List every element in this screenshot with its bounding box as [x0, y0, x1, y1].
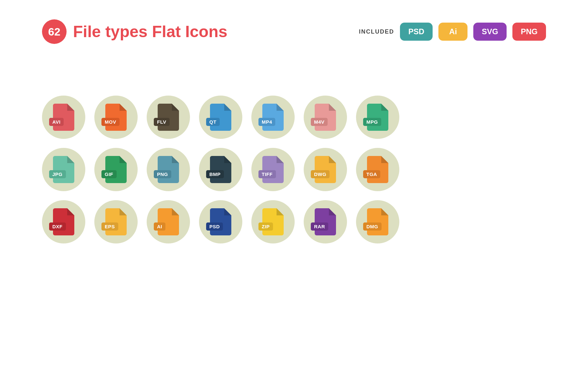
- file-type-label: MPG: [363, 118, 381, 126]
- file-type-label: PSD: [206, 222, 223, 231]
- file-icon: MP4: [262, 104, 284, 131]
- file-type-label: ZIP: [258, 222, 273, 231]
- file-type-icon-psd: PSD: [199, 200, 242, 243]
- file-icon: FLV: [158, 104, 179, 131]
- file-icon: BMP: [210, 156, 231, 183]
- format-badge-png: PNG: [512, 23, 546, 41]
- file-type-label: QT: [206, 118, 220, 126]
- header: 62 File types Flat Icons INCLUDED PSDAiS…: [0, 0, 588, 44]
- file-icon: DMG: [367, 208, 388, 235]
- file-fold-icon: [120, 104, 127, 111]
- file-type-icon-tiff: TIFF: [251, 148, 295, 191]
- format-badge-psd: PSD: [400, 23, 433, 41]
- page-title: File types Flat Icons: [73, 22, 227, 41]
- file-fold-icon: [172, 156, 179, 163]
- file-icon: M4V: [315, 104, 336, 131]
- file-type-label: TIFF: [258, 170, 276, 178]
- file-icon: RAR: [315, 208, 336, 235]
- file-type-icon-avi: AVI: [42, 96, 85, 139]
- file-icon: MPG: [367, 104, 388, 131]
- format-badge-svg: SVG: [473, 23, 507, 41]
- title-group: 62 File types Flat Icons: [42, 19, 227, 44]
- file-fold-icon: [67, 208, 74, 215]
- file-type-label: FLV: [154, 118, 170, 126]
- file-type-icon-dwg: DWG: [304, 148, 347, 191]
- file-icon: QT: [210, 104, 231, 131]
- file-icon: PNG: [158, 156, 179, 183]
- file-fold-icon: [224, 208, 231, 215]
- file-type-icon-eps: EPS: [94, 200, 138, 243]
- file-type-icon-qt: QT: [199, 96, 242, 139]
- file-type-label: DXF: [49, 222, 66, 231]
- file-type-icon-zip: ZIP: [251, 200, 295, 243]
- file-fold-icon: [329, 104, 336, 111]
- format-badge-ai: Ai: [438, 23, 467, 41]
- file-fold-icon: [120, 156, 127, 163]
- file-icon: EPS: [105, 208, 127, 235]
- file-type-label: M4V: [311, 118, 328, 126]
- included-label: INCLUDED: [359, 28, 394, 35]
- file-type-icon-gif: GIF: [94, 148, 138, 191]
- file-type-label: AI: [154, 222, 165, 231]
- file-fold-icon: [67, 104, 74, 111]
- included-formats: INCLUDED PSDAiSVGPNG: [359, 23, 546, 41]
- file-type-label: TGA: [363, 170, 380, 178]
- file-type-label: MP4: [258, 118, 275, 126]
- file-type-icon-ai: AI: [147, 200, 190, 243]
- file-icon: AI: [158, 208, 179, 235]
- file-type-label: DMG: [363, 222, 382, 231]
- file-type-icon-mp4: MP4: [251, 96, 295, 139]
- file-fold-icon: [277, 156, 284, 163]
- file-type-icon-mpg: MPG: [356, 96, 399, 139]
- file-icon: MOV: [105, 104, 127, 131]
- count-badge: 62: [42, 19, 67, 44]
- file-type-icon-dxf: DXF: [42, 200, 85, 243]
- file-fold-icon: [224, 156, 231, 163]
- file-fold-icon: [381, 208, 388, 215]
- file-type-label: AVI: [49, 118, 64, 126]
- file-fold-icon: [381, 104, 388, 111]
- file-fold-icon: [224, 104, 231, 111]
- file-icon: TGA: [367, 156, 388, 183]
- file-icon: PSD: [210, 208, 231, 235]
- file-fold-icon: [329, 208, 336, 215]
- file-type-label: GIF: [101, 170, 117, 178]
- file-type-label: JPG: [49, 170, 66, 178]
- file-type-icon-rar: RAR: [304, 200, 347, 243]
- file-type-label: BMP: [206, 170, 224, 178]
- file-type-icon-mov: MOV: [94, 96, 138, 139]
- file-icon: DWG: [315, 156, 336, 183]
- file-fold-icon: [120, 208, 127, 215]
- file-fold-icon: [67, 156, 74, 163]
- file-type-label: DWG: [311, 170, 330, 178]
- file-icon: AVI: [53, 104, 74, 131]
- file-icon: DXF: [53, 208, 74, 235]
- file-type-icon-m4v: M4V: [304, 96, 347, 139]
- file-type-label: RAR: [311, 222, 328, 231]
- file-fold-icon: [172, 104, 179, 111]
- file-icon: TIFF: [262, 156, 284, 183]
- file-type-icon-bmp: BMP: [199, 148, 242, 191]
- file-fold-icon: [277, 208, 284, 215]
- file-fold-icon: [172, 208, 179, 215]
- file-type-label: EPS: [101, 222, 118, 231]
- file-icon: GIF: [105, 156, 127, 183]
- file-icon: JPG: [53, 156, 74, 183]
- file-type-icon-flv: FLV: [147, 96, 190, 139]
- file-type-label: PNG: [154, 170, 171, 178]
- file-type-icon-jpg: JPG: [42, 148, 85, 191]
- file-type-label: MOV: [101, 118, 120, 126]
- file-fold-icon: [277, 104, 284, 111]
- file-fold-icon: [381, 156, 388, 163]
- file-icon: ZIP: [262, 208, 284, 235]
- file-type-icon-dmg: DMG: [356, 200, 399, 243]
- icon-grid: AVIMOVFLVQTMP4M4VMPGJPGGIFPNGBMPTIFFDWGT…: [0, 44, 588, 243]
- file-type-icon-tga: TGA: [356, 148, 399, 191]
- file-fold-icon: [329, 156, 336, 163]
- file-type-icon-png: PNG: [147, 148, 190, 191]
